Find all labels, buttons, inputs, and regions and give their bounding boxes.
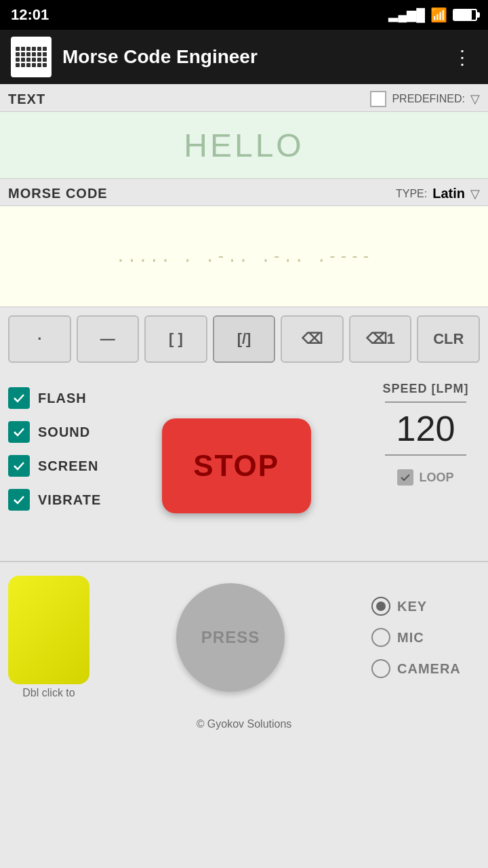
status-icons: ▂▄▆█ 📶: [388, 7, 477, 23]
screen-checkbox[interactable]: [8, 455, 30, 477]
stop-button-container: STOP: [115, 382, 358, 550]
dbl-click-label: Dbl click to: [22, 687, 75, 699]
predefined-checkbox[interactable]: [370, 91, 386, 107]
app-bar: Morse Code Engineer ⋮: [0, 30, 488, 84]
dot-button[interactable]: ·: [8, 315, 71, 363]
footer-text: © Gyokov Solutions: [197, 718, 292, 730]
stop-button[interactable]: STOP: [162, 418, 311, 513]
space-button[interactable]: [ ]: [144, 315, 207, 363]
camera-radio-button[interactable]: [371, 659, 390, 678]
flash-column: Dbl click to: [8, 576, 89, 699]
morse-code-display: ..... . .-.. .-.. .----: [116, 247, 372, 266]
signal-icon: ▂▄▆█: [388, 7, 425, 22]
text-label: TEXT: [8, 92, 45, 107]
stop-label: STOP: [193, 449, 279, 483]
footer: © Gyokov Solutions: [0, 710, 488, 738]
loop-label: LOOP: [419, 471, 453, 485]
wifi-icon: 📶: [430, 7, 447, 23]
camera-radio-item[interactable]: CAMERA: [371, 659, 480, 678]
mic-radio-button[interactable]: [371, 628, 390, 647]
controls-section: FLASH SOUND SCREEN VIBRATE: [0, 371, 488, 561]
screen-label: SCREEN: [38, 458, 98, 474]
speed-label: SPEED [LPM]: [382, 382, 468, 396]
flash-screen-button[interactable]: [8, 576, 89, 684]
press-button-container: PRESS: [100, 583, 361, 692]
speed-column: SPEED [LPM] 120 LOOP: [371, 382, 480, 550]
type-dropdown-arrow[interactable]: ▽: [470, 186, 480, 201]
battery-icon: [453, 9, 477, 21]
press-button[interactable]: PRESS: [176, 583, 285, 692]
loop-container[interactable]: LOOP: [397, 469, 453, 486]
morse-label: MORSE CODE: [8, 186, 108, 201]
dash-button[interactable]: —: [77, 315, 140, 363]
flash-label: FLASH: [38, 391, 87, 406]
predefined-dropdown-arrow[interactable]: ▽: [470, 92, 480, 106]
loop-checkbox[interactable]: [397, 469, 413, 486]
predefined-label: PREDEFINED:: [392, 93, 465, 105]
flash-checkbox[interactable]: [8, 387, 30, 409]
flash-checkbox-item[interactable]: FLASH: [8, 387, 101, 409]
backspace1-button[interactable]: ⌫1: [349, 315, 412, 363]
slash-button[interactable]: [/]: [213, 315, 276, 363]
camera-radio-label: CAMERA: [397, 661, 461, 677]
clear-button[interactable]: CLR: [417, 315, 480, 363]
key-radio-button[interactable]: [371, 597, 390, 616]
app-logo: [11, 37, 52, 77]
type-controls: TYPE: Latin ▽: [396, 186, 480, 201]
key-radio-item[interactable]: KEY: [371, 597, 480, 616]
type-label: TYPE:: [396, 188, 427, 200]
type-value: Latin: [432, 186, 465, 201]
menu-button[interactable]: ⋮: [447, 41, 477, 74]
morse-section-header: MORSE CODE TYPE: Latin ▽: [0, 179, 488, 205]
text-input-area[interactable]: HELLO: [0, 111, 488, 179]
mic-radio-item[interactable]: MIC: [371, 628, 480, 647]
morse-display: ..... . .-.. .-.. .----: [0, 205, 488, 307]
time-display: 12:01: [11, 6, 49, 24]
symbol-buttons-row: · — [ ] [/] ⌫ ⌫1 CLR: [0, 307, 488, 371]
speed-line-top: [385, 401, 466, 403]
sound-checkbox-item[interactable]: SOUND: [8, 421, 101, 443]
text-display-value: HELLO: [184, 127, 304, 164]
app-title: Morse Code Engineer: [62, 46, 436, 68]
checkboxes-column: FLASH SOUND SCREEN VIBRATE: [8, 382, 101, 550]
status-bar: 12:01 ▂▄▆█ 📶: [0, 0, 488, 30]
press-label: PRESS: [201, 628, 260, 647]
speed-line-bottom: [385, 454, 466, 456]
vibrate-checkbox[interactable]: [8, 489, 30, 511]
sound-checkbox[interactable]: [8, 421, 30, 443]
predefined-controls: PREDEFINED: ▽: [370, 91, 480, 107]
vibrate-checkbox-item[interactable]: VIBRATE: [8, 489, 101, 511]
backspace-button[interactable]: ⌫: [281, 315, 344, 363]
key-radio-label: KEY: [397, 599, 427, 614]
text-section-header: TEXT PREDEFINED: ▽: [0, 84, 488, 111]
mic-radio-label: MIC: [397, 630, 424, 646]
vibrate-label: VIBRATE: [38, 492, 101, 508]
main-content: TEXT PREDEFINED: ▽ HELLO MORSE CODE TYPE…: [0, 84, 488, 868]
radio-column: KEY MIC CAMERA: [371, 597, 480, 678]
bottom-section: Dbl click to PRESS KEY MIC CAMERA: [0, 562, 488, 710]
speed-value: 120: [396, 408, 455, 449]
sound-label: SOUND: [38, 425, 90, 440]
screen-checkbox-item[interactable]: SCREEN: [8, 455, 101, 477]
